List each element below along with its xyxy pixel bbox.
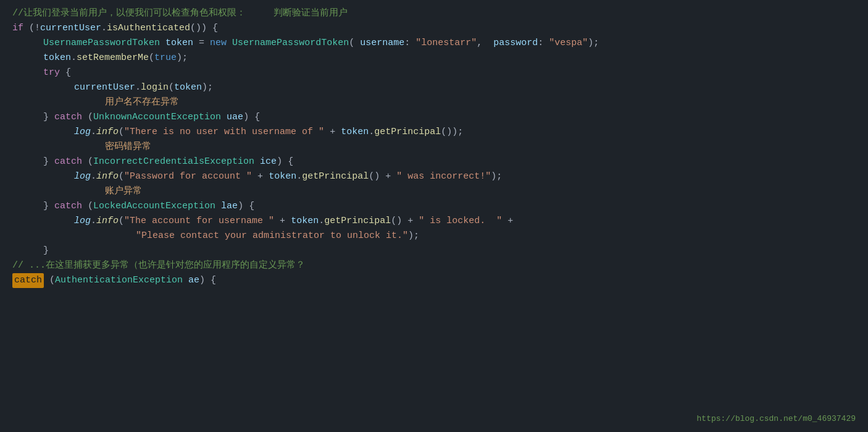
keyword-catch-2: catch — [54, 155, 82, 169]
plain-dot6: . — [91, 169, 96, 184]
method-getprincipal1: getPrincipal — [374, 125, 441, 140]
key-password: password — [493, 36, 538, 51]
plain-parens: ()) { — [190, 21, 218, 36]
plain-catch-close3: ) { — [238, 199, 254, 214]
plain-dot8: . — [91, 214, 96, 229]
plain-space6 — [254, 155, 260, 169]
plain-comma: , — [477, 36, 493, 51]
code-line-19: catch ( AuthenticationException ae ) { — [12, 273, 856, 288]
cn-password-error: 密码错异常 — [105, 140, 151, 155]
comment-text-1: //让我们登录当前用户，以便我们可以检查角色和权限： 判断验证当前用户 — [12, 6, 348, 21]
var-ae: ae — [188, 273, 199, 288]
plain-colon2: : — [538, 36, 549, 51]
plain-space — [160, 36, 165, 51]
keyword-catch-3: catch — [54, 199, 82, 214]
exception-unknown: UnknownAccountException — [93, 110, 221, 125]
plain-eq: = — [193, 36, 210, 51]
code-line-15: log . info ( "The account for username "… — [12, 214, 856, 229]
val-vespa: "vespa" — [549, 36, 588, 51]
method-login: login — [141, 80, 169, 95]
code-editor: //让我们登录当前用户，以便我们可以检查角色和权限： 判断验证当前用户 if (… — [0, 0, 868, 432]
val-true: true — [154, 51, 177, 66]
plain-catch-close2: ) { — [277, 155, 293, 169]
plain-space3: ( — [82, 110, 93, 125]
plain-plus2: + — [252, 169, 269, 184]
plain-info-open3: ( — [119, 214, 124, 229]
plain-info-close1: ()); — [441, 125, 463, 140]
plain-plus1: + — [324, 125, 341, 140]
keyword-catch-highlight: catch — [12, 273, 44, 288]
plain-space2 — [227, 36, 232, 51]
plain-dot4: . — [91, 125, 96, 140]
code-line-8: } catch ( UnknownAccountException uae ) … — [12, 110, 856, 125]
code-line-18: // ...在这里捕获更多异常（也许是针对您的应用程序的自定义异常？ — [12, 258, 856, 273]
plain-login-params: ( — [169, 80, 174, 95]
type-uptoken: UsernamePasswordToken — [43, 36, 160, 51]
plain-paren: (! — [23, 21, 40, 36]
plain-plus6: + — [502, 214, 513, 229]
type-uptoken2: UsernamePasswordToken — [232, 36, 349, 51]
keyword-new: new — [210, 36, 227, 51]
plain-space4 — [221, 110, 227, 125]
method-info2: info — [96, 169, 119, 184]
plain-brace-open: { — [60, 66, 71, 80]
method-info3: info — [96, 214, 119, 229]
str-no-user: "There is no user with username of " — [124, 125, 324, 140]
url-text: https://blog.csdn.net/m0_46937429 — [697, 414, 856, 423]
code-line-17: } — [12, 244, 856, 258]
plain-space10 — [183, 273, 188, 288]
str-incorrect: " was incorrect!" — [396, 169, 491, 184]
code-line-11: } catch ( IncorrectCredentialsException … — [12, 155, 856, 169]
plain-info-open1: ( — [119, 125, 124, 140]
method-setrememberme: setRememberMe — [77, 51, 149, 66]
var-uae: uae — [227, 110, 243, 125]
plain-login-close: ); — [202, 80, 213, 95]
exception-incorrect: IncorrectCredentialsException — [93, 155, 254, 169]
exception-locked: LockedAccountException — [93, 199, 215, 214]
plain-dot3: . — [135, 80, 141, 95]
code-line-1: //让我们登录当前用户，以便我们可以检查角色和权限： 判断验证当前用户 — [12, 6, 856, 21]
keyword-try: try — [43, 66, 60, 80]
blog-url: https://blog.csdn.net/m0_46937429 — [697, 413, 856, 426]
keyword-catch-1: catch — [54, 110, 82, 125]
code-line-10: 密码错异常 — [12, 140, 856, 155]
cn-account-error: 账户异常 — [105, 184, 142, 199]
key-username: username — [360, 36, 404, 51]
plain-close-brace4: } — [43, 244, 49, 258]
plain-close-brace2: } — [43, 155, 54, 169]
plain-dot7: . — [296, 169, 302, 184]
method-getprincipal3: getPrincipal — [324, 214, 391, 229]
plain-colon1: : — [404, 36, 415, 51]
plain-semi: ); — [177, 51, 188, 66]
var-lae: lae — [221, 199, 238, 214]
code-line-12: log . info ( "Password for account " + t… — [12, 169, 856, 184]
plain-dot1: . — [101, 21, 107, 36]
code-line-16: "Please contact your administrator to un… — [12, 229, 856, 244]
cn-username-error: 用户名不存在异常 — [105, 95, 179, 110]
code-line-6: currentUser . login ( token ); — [12, 80, 856, 95]
plain-plus4: + — [274, 214, 291, 229]
code-line-9: log . info ( "There is no user with user… — [12, 125, 856, 140]
plain-space9: ( — [44, 273, 55, 288]
str-password: "Password for account " — [124, 169, 252, 184]
str-locked2: " is locked. " — [419, 214, 502, 229]
plain-close-brace3: } — [43, 199, 54, 214]
val-lonestarr: "lonestarr" — [415, 36, 477, 51]
var-log2: log — [74, 169, 91, 184]
plain-catch-close1: ) { — [243, 110, 260, 125]
var-ice: ice — [260, 155, 277, 169]
plain-plus3: () + — [369, 169, 396, 184]
var-currentuser2: currentUser — [74, 80, 135, 95]
var-log3: log — [74, 214, 91, 229]
plain-open: ( — [349, 36, 360, 51]
plain-space5: ( — [82, 155, 93, 169]
plain-dot9: . — [319, 214, 324, 229]
var-token5: token — [269, 169, 296, 184]
plain-close-brace1: } — [43, 110, 54, 125]
plain-dot5: . — [369, 125, 374, 140]
plain-info-close2: ); — [491, 169, 502, 184]
var-currentuser: currentUser — [40, 21, 101, 36]
plain-true: ( — [149, 51, 154, 66]
method-info1: info — [96, 125, 119, 140]
var-token4: token — [341, 125, 369, 140]
